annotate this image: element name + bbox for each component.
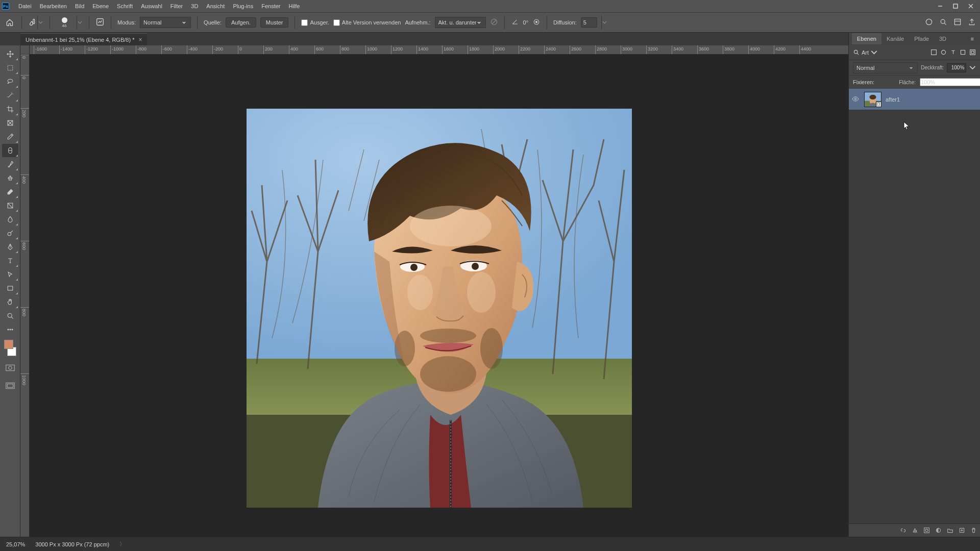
eyedropper-tool[interactable] <box>2 130 18 143</box>
filter-shape-icon[interactable] <box>960 49 966 56</box>
document-info[interactable]: 3000 Px x 3000 Px (72 ppcm) <box>35 541 109 547</box>
canvas-area[interactable] <box>30 55 848 537</box>
home-button[interactable] <box>4 17 15 28</box>
layer-row[interactable]: ▢ after1 <box>849 89 980 110</box>
frame-tool[interactable] <box>2 116 18 130</box>
menu-bild[interactable]: Bild <box>71 1 88 11</box>
group-icon[interactable] <box>947 527 953 534</box>
horizontal-ruler[interactable]: -1600-1400-1200-1000-800-600-400-2000200… <box>30 45 848 55</box>
layer-filter-type[interactable]: Art <box>853 49 927 56</box>
diffusion-label: Diffusion: <box>553 19 577 26</box>
menu-ebene[interactable]: Ebene <box>88 1 113 11</box>
chevron-down-icon[interactable] <box>77 15 83 30</box>
gradient-tool[interactable] <box>2 199 18 212</box>
clone-stamp-tool[interactable] <box>2 171 18 185</box>
panel-menu-icon[interactable]: ≡ <box>968 36 977 42</box>
tab-kanaele[interactable]: Kanäle <box>881 33 909 44</box>
ignore-adjustment-icon[interactable] <box>490 18 498 27</box>
menu-bearbeiten[interactable]: Bearbeiten <box>36 1 71 11</box>
info-menu-icon[interactable]: 〉 <box>119 540 125 548</box>
fill-input[interactable] <box>920 78 980 86</box>
brush-preset-picker[interactable]: 46 <box>56 15 72 30</box>
document-tab[interactable]: Unbenannt-1 bei 25,1% (Ebene 4, RGB/8) *… <box>20 33 147 45</box>
share-icon[interactable] <box>968 18 976 27</box>
layer-mask-icon[interactable] <box>923 527 930 534</box>
menu-ansicht[interactable]: Ansicht <box>202 1 229 11</box>
menu-fenster[interactable]: Fenster <box>257 1 284 11</box>
zoom-level[interactable]: 25,07% <box>6 541 25 547</box>
vertical-ruler[interactable]: 002004006008001000 <box>20 55 30 537</box>
layer-style-icon[interactable]: fx <box>912 527 918 534</box>
menu-3d[interactable]: 3D <box>187 1 202 11</box>
diffusion-input[interactable] <box>581 17 597 28</box>
filter-adjustment-icon[interactable] <box>940 49 947 56</box>
tab-3d[interactable]: 3D <box>934 33 951 44</box>
magic-wand-tool[interactable] <box>2 89 18 102</box>
minimize-button[interactable] <box>933 2 947 11</box>
delete-layer-icon[interactable] <box>970 527 977 534</box>
close-button[interactable] <box>964 2 978 11</box>
menu-schrift[interactable]: Schrift <box>113 1 137 11</box>
pressure-icon[interactable] <box>532 18 541 27</box>
quick-mask-mode[interactable] <box>2 362 18 374</box>
tab-ebenen[interactable]: Ebenen <box>852 33 881 44</box>
ausger-checkbox[interactable]: Ausger. <box>301 19 329 26</box>
shape-tool[interactable] <box>2 282 18 295</box>
angle-icon[interactable] <box>511 18 519 27</box>
blur-tool[interactable] <box>2 213 18 226</box>
path-selection-tool[interactable] <box>2 268 18 281</box>
menu-plugins[interactable]: Plug-ins <box>229 1 257 11</box>
filter-type-icon[interactable] <box>950 49 957 56</box>
close-icon[interactable]: × <box>138 36 142 43</box>
lasso-tool[interactable] <box>2 75 18 88</box>
move-tool[interactable] <box>2 47 18 61</box>
chevron-down-icon[interactable] <box>969 64 976 71</box>
type-tool[interactable] <box>2 254 18 267</box>
adjustment-layer-icon[interactable] <box>935 527 942 534</box>
angle-value[interactable]: 0° <box>523 19 529 26</box>
hand-tool[interactable] <box>2 295 18 309</box>
tool-preset[interactable] <box>28 15 43 30</box>
menu-auswahl[interactable]: Auswahl <box>137 1 166 11</box>
tab-pfade[interactable]: Pfade <box>909 33 934 44</box>
maximize-button[interactable] <box>948 2 963 11</box>
ruler-origin[interactable] <box>20 45 30 55</box>
chevron-down-icon[interactable] <box>37 15 43 30</box>
canvas[interactable] <box>247 109 632 508</box>
workspace-icon[interactable] <box>953 18 962 27</box>
foreground-color-swatch[interactable] <box>4 340 13 349</box>
aufgen-button[interactable]: Aufgen. <box>226 17 256 28</box>
cloud-docs-icon[interactable] <box>925 18 933 27</box>
visibility-toggle[interactable] <box>852 96 860 103</box>
alte-version-checkbox[interactable]: Alte Version verwenden <box>333 19 401 26</box>
sample-select[interactable]: Akt. u. darunter <box>435 17 486 28</box>
brush-settings-icon[interactable] <box>95 17 105 28</box>
eraser-tool[interactable] <box>2 185 18 198</box>
layer-thumbnail[interactable]: ▢ <box>864 92 881 107</box>
menu-hilfe[interactable]: Hilfe <box>284 1 304 11</box>
brush-tool[interactable] <box>2 158 18 171</box>
chevron-down-icon[interactable] <box>601 15 607 30</box>
pen-tool[interactable] <box>2 240 18 254</box>
mode-select[interactable]: Normal <box>140 17 191 28</box>
screen-mode[interactable] <box>2 380 18 392</box>
edit-toolbar[interactable] <box>2 323 18 336</box>
healing-brush-tool[interactable] <box>2 144 18 157</box>
new-layer-icon[interactable] <box>959 527 965 534</box>
layer-name[interactable]: after1 <box>886 96 900 103</box>
artboard-tool[interactable] <box>2 61 18 74</box>
menu-datei[interactable]: Datei <box>14 1 36 11</box>
svg-rect-33 <box>7 384 13 388</box>
filter-pixel-icon[interactable] <box>930 49 937 56</box>
blend-mode-select[interactable]: Normal <box>853 62 918 73</box>
crop-tool[interactable] <box>2 103 18 116</box>
menu-filter[interactable]: Filter <box>166 1 187 11</box>
zoom-tool[interactable] <box>2 309 18 322</box>
dodge-tool[interactable] <box>2 227 18 240</box>
opacity-input[interactable] <box>947 63 966 72</box>
muster-button[interactable]: Muster <box>260 17 289 28</box>
search-icon[interactable] <box>939 18 947 27</box>
link-layers-icon[interactable] <box>900 527 906 534</box>
color-swatches[interactable] <box>2 340 18 356</box>
filter-smart-icon[interactable] <box>969 49 976 56</box>
